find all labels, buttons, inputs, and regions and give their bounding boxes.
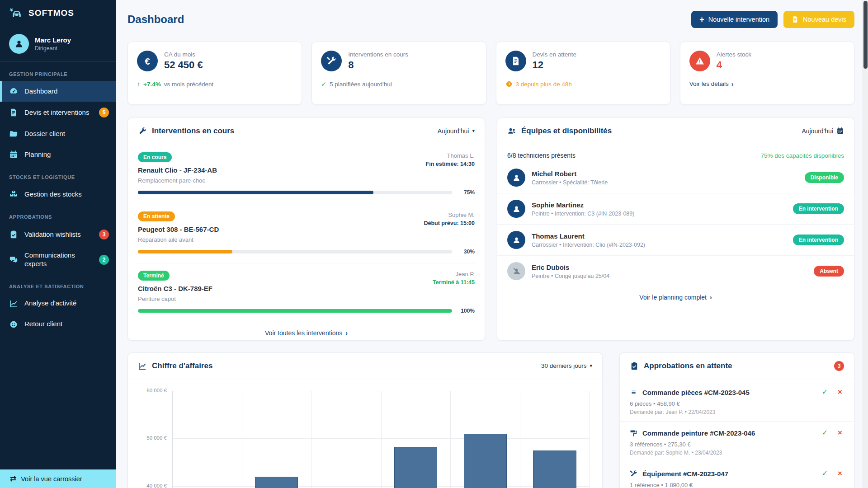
sidebar-item-dossier-client[interactable]: Dossier client: [0, 123, 116, 144]
kpi-row: €CA du mois52 450 €↑+7.4%vs mois précéde…: [127, 42, 854, 105]
avatar: [507, 262, 525, 280]
notification-badge: 3: [99, 230, 109, 239]
interventions-panel: Interventions en cours Aujourd'hui ▾ En …: [127, 117, 485, 341]
revenue-bar[interactable]: [464, 434, 507, 488]
gridline: [520, 391, 520, 488]
member-name: Thomas Laurent: [532, 232, 645, 240]
view-all-interventions-link[interactable]: Voir toutes les interventions ›: [265, 329, 348, 337]
revenue-bar[interactable]: [394, 447, 437, 488]
vertical-scrollbar[interactable]: [863, 0, 868, 488]
link-label: Voir le planning complet: [639, 294, 707, 301]
sidebar-item-validation-wishlists[interactable]: Validation wishlists3: [0, 224, 116, 245]
progress-bar: [138, 191, 452, 194]
member-texts: Michel RobertCarrossier • Spécialité: Tô…: [532, 170, 608, 186]
kpi-label: Devis en attente: [533, 51, 577, 58]
sidebar-item-retour-client[interactable]: Retour client: [0, 314, 116, 335]
view-switch-button[interactable]: ⇄ Voir la vue carrossier: [0, 469, 116, 488]
approval-item: Commande peinture #CM-2023-046✓×3 référe…: [620, 422, 854, 462]
task-description: Réparation aile avant: [138, 236, 219, 243]
scrollbar-thumb[interactable]: [863, 1, 868, 69]
page-title: Dashboard: [127, 13, 184, 26]
user-name: Marc Leroy: [35, 36, 71, 44]
kpi-top: Alertes stock4: [689, 51, 845, 71]
sidebar-item-label: Gestion des stocks: [24, 190, 109, 199]
avatar: [507, 231, 525, 249]
team-filter[interactable]: Aujourd'hui: [802, 127, 844, 135]
sidebar-item-analyse-d-activite[interactable]: Analyse d'activité: [0, 293, 116, 314]
intervention-item: TerminéCitroën C3 - DK-789-EFPeinture ca…: [138, 263, 475, 322]
user-icon: [512, 236, 521, 244]
reject-button[interactable]: ×: [838, 469, 842, 478]
approve-button[interactable]: ✓: [822, 469, 828, 478]
reject-button[interactable]: ×: [838, 388, 842, 397]
avatar: [507, 169, 525, 187]
header-actions: + Nouvelle intervention Nouveau devis: [691, 11, 854, 28]
approve-button[interactable]: ✓: [822, 428, 828, 437]
availability-badge: Disponible: [805, 172, 844, 183]
sidebar-item-planning[interactable]: Planning: [0, 144, 116, 165]
kpi-footer-text: 3 depuis plus de 48h: [516, 81, 572, 88]
kpi-footer-text: 5 planifiées aujourd'hui: [330, 81, 392, 88]
sidebar-item-devis-et-interventions[interactable]: Devis et interventions5: [0, 102, 116, 123]
panel-title: Équipes et disponibilités: [521, 127, 612, 136]
vehicle-name: Peugeot 308 - BE-567-CD: [138, 225, 219, 233]
revenue-bar[interactable]: [533, 450, 576, 488]
kpi-card-ca-du-mois: €CA du mois52 450 €↑+7.4%vs mois précéde…: [127, 42, 302, 105]
filter-label: Aujourd'hui: [802, 127, 833, 135]
app-root: SOFTMOS Marc Leroy Dirigeant GESTION PRI…: [0, 0, 868, 488]
member-name: Michel Robert: [532, 170, 608, 178]
approve-button[interactable]: ✓: [822, 388, 828, 397]
approval-title: Commande peinture #CM-2023-046: [642, 429, 817, 437]
team-member-row: Sophie MartinezPeintre • Intervention: C…: [497, 193, 854, 225]
reject-button[interactable]: ×: [838, 428, 842, 437]
sidebar-item-label: Devis et interventions: [24, 108, 93, 117]
interventions-list: En coursRenault Clio - JF-234-ABRemplace…: [128, 144, 485, 322]
approval-actions: ✓×: [822, 388, 844, 397]
interventions-filter-select[interactable]: Aujourd'hui ▾: [438, 127, 475, 135]
nav-section-title: STOCKS ET LOGISTIQUE: [0, 165, 116, 184]
kpi-texts: CA du mois52 450 €: [164, 51, 203, 71]
sidebar-item-label: Dossier client: [24, 130, 109, 138]
brand-name: SOFTMOS: [28, 8, 74, 18]
sidebar-item-dashboard[interactable]: Dashboard: [0, 81, 116, 102]
progress-row: 30%: [138, 249, 475, 255]
progress-percent: 100%: [458, 308, 475, 314]
tools-icon: [326, 56, 336, 66]
clock-icon: [505, 80, 513, 88]
euro-icon: €: [142, 56, 152, 66]
task-description: Peinture capot: [138, 296, 212, 302]
revenue-bar[interactable]: [255, 477, 298, 488]
sidebar-item-label: Validation wishlists: [24, 230, 93, 239]
view-full-planning-link[interactable]: Voir le planning complet ›: [639, 294, 712, 301]
availability-badge: En intervention: [793, 235, 844, 245]
status-badge: En cours: [138, 152, 172, 162]
member-name: Eric Dubois: [532, 263, 609, 271]
team-member-row: Thomas LaurentCarrossier • Intervention:…: [497, 225, 854, 256]
kpi-icon-circle: [321, 51, 342, 71]
kpi-details-link[interactable]: Voir les détails›: [689, 80, 734, 87]
progress-bar: [138, 309, 452, 313]
kpi-top: €CA du mois52 450 €: [137, 51, 292, 71]
intervention-item: En coursRenault Clio - JF-234-ABRemplace…: [138, 145, 475, 204]
approvals-panel: Approbations en attente 3 ≡Commande pièc…: [619, 352, 854, 488]
member-name: Sophie Martinez: [532, 201, 634, 209]
clipboard-check-icon: [630, 361, 639, 371]
approval-requester: Demandé par: Sophie M. • 23/04/2023: [630, 450, 844, 456]
gridline: [311, 391, 312, 488]
new-quote-button[interactable]: Nouveau devis: [783, 11, 854, 28]
time-info: Terminé à 11:45: [433, 279, 475, 286]
chevron-right-icon: ›: [710, 294, 712, 300]
sidebar: SOFTMOS Marc Leroy Dirigeant GESTION PRI…: [0, 0, 116, 488]
kpi-texts: Alertes stock4: [717, 51, 751, 71]
progress-percent: 30%: [458, 249, 475, 255]
chart-period-select[interactable]: 30 derniers jours ▾: [541, 362, 592, 369]
new-intervention-button[interactable]: + Nouvelle intervention: [691, 11, 778, 28]
member-texts: Thomas LaurentCarrossier • Intervention:…: [532, 232, 645, 248]
folder-icon: [9, 129, 18, 138]
sidebar-item-gestion-des-stocks[interactable]: Gestion des stocks: [0, 184, 116, 205]
swap-icon: ⇄: [10, 475, 16, 483]
approvals-list: ≡Commande pièces #CM-2023-045✓×6 pièces …: [620, 379, 854, 488]
member-detail: Peintre • Congé jusqu'au 25/04: [532, 273, 609, 279]
sidebar-item-communications-experts[interactable]: Communications experts2: [0, 245, 116, 274]
member-texts: Sophie MartinezPeintre • Intervention: C…: [532, 201, 634, 217]
